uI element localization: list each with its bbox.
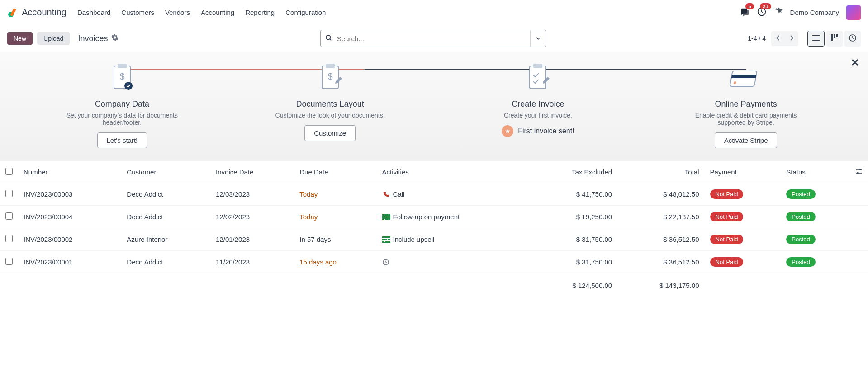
cell-activity[interactable] (377, 251, 529, 273)
nav-customers[interactable]: Customers (121, 9, 154, 16)
pager-next[interactable] (785, 31, 798, 46)
nav-configuration[interactable]: Configuration (285, 9, 326, 16)
activity-text: Call (393, 190, 405, 198)
status-badge: Posted (786, 212, 815, 221)
list-icon (812, 35, 820, 41)
table-row[interactable]: INV/2023/00003Deco Addict12/03/2023Today… (0, 183, 868, 206)
svg-rect-35 (382, 239, 390, 240)
pager-text[interactable]: 1-4 / 4 (748, 35, 766, 42)
col-due-date[interactable]: Due Date (294, 161, 376, 183)
nav-vendors[interactable]: Vendors (165, 9, 190, 16)
col-customer[interactable]: Customer (121, 161, 210, 183)
table-row[interactable]: INV/2023/00002Azure Interior12/01/2023In… (0, 228, 868, 251)
customize-button[interactable]: Customize (304, 125, 356, 141)
col-status[interactable]: Status (781, 161, 850, 183)
cell-due-date: Today (294, 206, 376, 228)
activities-button[interactable]: 21 (757, 7, 767, 18)
user-avatar[interactable] (846, 5, 861, 20)
gear-icon[interactable] (111, 34, 119, 43)
pager: 1-4 / 4 (748, 31, 861, 47)
cell-customer: Deco Addict (121, 183, 210, 206)
control-panel: New Upload Invoices 1-4 / 4 (0, 25, 868, 52)
close-onboarding[interactable]: ✕ (851, 57, 859, 69)
messages-button[interactable]: 5 (740, 7, 749, 18)
col-invoice-date[interactable]: Invoice Date (210, 161, 294, 183)
cell-status: Posted (781, 251, 850, 273)
lets-start-button[interactable]: Let's start! (97, 132, 147, 148)
optional-columns-toggle[interactable] (850, 161, 868, 183)
star-icon: ★ (502, 125, 513, 137)
svg-rect-32 (387, 217, 388, 217)
svg-text:$: $ (119, 71, 124, 81)
table-row[interactable]: INV/2023/00001Deco Addict11/20/202315 da… (0, 251, 868, 273)
clock-icon (382, 259, 390, 266)
company-selector[interactable]: Demo Company (790, 9, 839, 16)
view-pivot[interactable] (844, 31, 861, 47)
step-create-invoice: Create Invoice Create your first invoice… (434, 62, 642, 148)
cell-invoice-date: 12/01/2023 (210, 228, 294, 251)
payment-badge: Not Paid (710, 257, 744, 267)
svg-rect-17 (326, 64, 335, 68)
search-input[interactable] (337, 35, 530, 42)
step-done-text: First invoice sent! (518, 127, 574, 135)
cell-invoice-date: 12/02/2023 (210, 206, 294, 228)
col-number[interactable]: Number (18, 161, 121, 183)
col-activities[interactable]: Activities (377, 161, 529, 183)
doc-icon (382, 236, 390, 243)
total-tax-excluded: $ 124,500.00 (529, 273, 617, 296)
col-total[interactable]: Total (617, 161, 704, 183)
cell-number: INV/2023/00003 (18, 183, 121, 206)
cell-status: Posted (781, 183, 850, 206)
svg-rect-9 (834, 34, 835, 38)
row-checkbox[interactable] (5, 235, 13, 242)
col-payment[interactable]: Payment (705, 161, 781, 183)
cell-payment: Not Paid (705, 228, 781, 251)
app-logo[interactable]: Accounting (7, 7, 66, 18)
breadcrumb: Invoices (78, 34, 119, 43)
svg-rect-31 (384, 214, 384, 215)
step-title: Online Payments (715, 99, 777, 109)
step-documents-layout: $ Documents Layout Customize the look of… (226, 62, 434, 148)
cell-total: $ 48,012.50 (617, 183, 704, 206)
col-tax-excluded[interactable]: Tax Excluded (529, 161, 617, 183)
activity-text: Include upsell (393, 235, 435, 243)
step-title: Company Data (95, 99, 149, 109)
cell-activity[interactable]: Follow-up on payment (377, 206, 529, 228)
navbar: Accounting Dashboard Customers Vendors A… (0, 0, 868, 25)
view-list[interactable] (807, 31, 825, 47)
svg-rect-33 (384, 219, 385, 220)
nav-dashboard[interactable]: Dashboard (77, 9, 110, 16)
cell-invoice-date: 11/20/2023 (210, 251, 294, 273)
debug-icon[interactable] (774, 7, 783, 18)
step-title: Create Invoice (512, 99, 564, 109)
cell-invoice-date: 12/03/2023 (210, 183, 294, 206)
cell-status: Posted (781, 206, 850, 228)
select-all-checkbox[interactable] (5, 168, 13, 175)
step-done: ★ First invoice sent! (502, 125, 574, 137)
row-checkbox[interactable] (5, 212, 13, 220)
status-badge: Posted (786, 235, 815, 244)
pager-prev[interactable] (771, 31, 785, 46)
nav-accounting[interactable]: Accounting (201, 9, 234, 16)
activate-stripe-button[interactable]: Activate Stripe (715, 132, 778, 148)
nav-reporting[interactable]: Reporting (245, 9, 275, 16)
search-options-toggle[interactable] (530, 30, 546, 47)
cell-tax-excluded: $ 19,250.00 (529, 206, 617, 228)
svg-rect-22 (731, 75, 756, 78)
new-button[interactable]: New (7, 32, 33, 45)
cell-due-date: Today (294, 183, 376, 206)
svg-point-3 (326, 35, 330, 39)
kanban-icon (831, 34, 838, 41)
cell-activity[interactable]: Include upsell (377, 228, 529, 251)
cell-activity[interactable]: Call (377, 183, 529, 206)
svg-line-4 (330, 39, 331, 40)
view-kanban[interactable] (826, 31, 843, 47)
row-checkbox[interactable] (5, 258, 13, 265)
breadcrumb-title: Invoices (78, 34, 108, 43)
table-row[interactable]: INV/2023/00004Deco Addict12/02/2023Today… (0, 206, 868, 228)
upload-button[interactable]: Upload (37, 32, 70, 45)
cell-total: $ 36,512.50 (617, 228, 704, 251)
nav-right: 5 21 Demo Company (740, 5, 861, 20)
row-checkbox[interactable] (5, 190, 13, 197)
svg-point-15 (124, 82, 133, 90)
